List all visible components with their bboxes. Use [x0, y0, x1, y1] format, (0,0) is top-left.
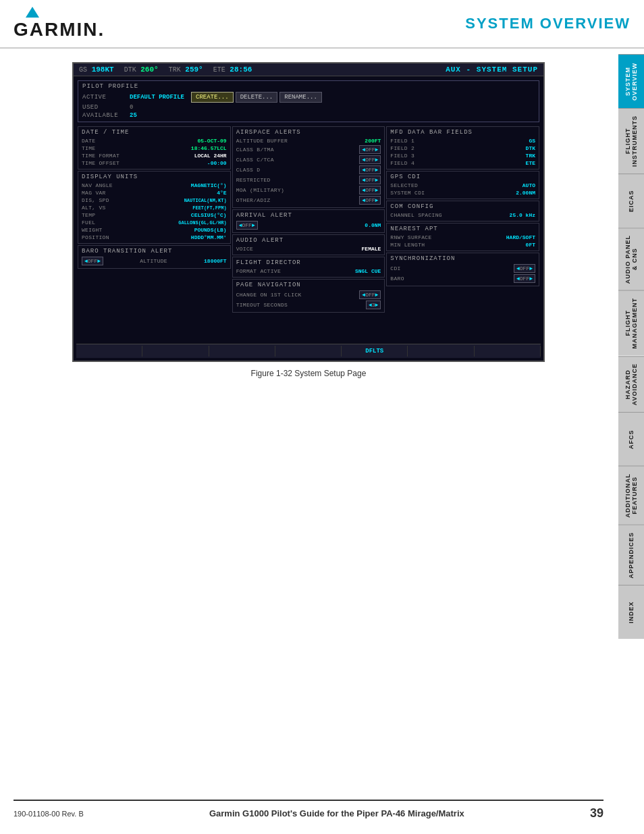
page-footer: 190-01108-00 Rev. B Garmin G1000 Pilot's… — [14, 800, 603, 820]
arrival-toggle[interactable]: ◄ OFF ► — [236, 221, 258, 230]
date-row: DATE 05-OCT-09 — [82, 137, 227, 145]
bottom-btn-1[interactable] — [76, 346, 142, 357]
time-format-row: TIME FORMAT LOCAL 24HR — [82, 152, 227, 159]
mfd-data-bar-section: MFD DATA BAR FIELDS FIELD 1 GS FIELD 2 D… — [386, 126, 539, 170]
footer-title: Garmin G1000 Pilot's Guide for the Piper… — [209, 808, 464, 818]
gs-indicator: GS 198KT — [79, 66, 114, 74]
create-button[interactable]: CREATE... — [191, 92, 234, 103]
bottom-btn-4[interactable] — [275, 346, 342, 357]
rename-button[interactable]: RENAME... — [279, 92, 322, 103]
field4-row: FIELD 4 ETE — [390, 159, 535, 167]
sidebar-tab-hazard-avoidance[interactable]: HAZARDAVOIDANCE — [618, 356, 644, 412]
pilot-profile-label: PILOT PROFILE — [82, 83, 535, 90]
nearest-apt-section: NEAREST APT RNWY SURFACE HARD/SOFT MIN L… — [386, 223, 539, 251]
restricted-toggle[interactable]: ◄ OFF ► — [359, 176, 381, 184]
other-adiz-toggle[interactable]: ◄ OFF ► — [359, 196, 381, 205]
garmin-logo: GARMIN. — [14, 7, 105, 41]
alt-vs-row: ALT, VS FEET(FT,FPM) — [82, 204, 227, 211]
sidebar-tab-audio-panel[interactable]: AUDIO PANEL& CNS — [618, 228, 644, 290]
mag-var-row: MAG VAR 4°E — [82, 189, 227, 197]
right-sidebar: SYSTEMOVERVIEW FLIGHTINSTRUMENTS EICAS A… — [618, 54, 644, 639]
gps-cdi-section: GPS CDI SELECTED AUTO SYSTEM CDI 2.00NM — [386, 171, 539, 199]
used-row: USED 0 — [82, 103, 535, 111]
baro-sync-row: BARO ◄ OFF ► — [390, 273, 535, 284]
airspace-alerts-section: AIRSPACE ALERTS ALTITUDE BUFFER 200FT CL… — [232, 126, 385, 208]
dtk-indicator: DTK 260° — [124, 66, 159, 74]
sidebar-tab-flight-management[interactable]: FLIGHTMANAGEMENT — [618, 290, 644, 356]
page-header: GARMIN. SYSTEM OVERVIEW — [0, 0, 644, 49]
baro-transition-section: BARO TRANSITION ALERT ◄ OFF ► ALTITUDE 1… — [78, 245, 231, 269]
ete-indicator: ETE 28:56 — [213, 66, 252, 74]
screen-mockup: GS 198KT DTK 260° TRK 259° ETE 28:56 AUX… — [72, 62, 545, 362]
time-row: TIME 18:46.57LCL — [82, 145, 227, 152]
col-right: MFD DATA BAR FIELDS FIELD 1 GS FIELD 2 D… — [386, 126, 539, 313]
status-bar: GS 198KT DTK 260° TRK 259° ETE 28:56 AUX… — [74, 63, 543, 76]
bottom-btn-3[interactable] — [209, 346, 275, 357]
class-btma-row: CLASS B/TMA ◄ OFF ► — [236, 145, 381, 155]
col-left: DATE / TIME DATE 05-OCT-09 TIME 18:46.57… — [78, 126, 231, 313]
selected-row: SELECTED AUTO — [390, 182, 535, 189]
garmin-wordmark: GARMIN. — [14, 19, 105, 41]
footer-revision: 190-01108-00 Rev. B — [14, 810, 84, 818]
class-btma-toggle[interactable]: ◄ OFF ► — [359, 145, 381, 154]
arrival-alert-section: ARRIVAL ALERT ◄ OFF ► 0.0NM — [232, 209, 385, 233]
sidebar-tab-index[interactable]: INDEX — [618, 585, 644, 639]
class-ctica-toggle[interactable]: ◄ OFF ► — [359, 155, 381, 164]
change-toggle[interactable]: ◄ OFF ► — [359, 290, 381, 299]
available-row: AVAILABLE 25 — [82, 111, 535, 120]
trk-indicator: TRK 259° — [169, 66, 203, 74]
cdi-sync-toggle[interactable]: ◄ OFF ► — [514, 264, 535, 273]
timeout-row: TIMEOUT SECONDS ◄ 3 ► — [236, 300, 381, 310]
sidebar-tab-system-overview[interactable]: SYSTEMOVERVIEW — [618, 54, 644, 108]
moa-toggle[interactable]: ◄ OFF ► — [359, 186, 381, 194]
class-d-toggle[interactable]: ◄ OFF ► — [359, 165, 381, 174]
bottom-bar: DFLTS — [76, 344, 541, 358]
change-on-click-row: CHANGE ON 1ST CLICK ◄ OFF ► — [236, 290, 381, 300]
baro-row: ◄ OFF ► ALTITUDE 18000FT — [82, 256, 227, 266]
sidebar-tab-additional-features[interactable]: ADDITIONALFEATURES — [618, 466, 644, 525]
rnwy-surface-row: RNWY SURFACE HARD/SOFT — [390, 234, 535, 241]
spacer — [76, 315, 541, 342]
format-active-row: FORMAT ACTIVE SNGL CUE — [236, 267, 381, 275]
bottom-btn-6[interactable] — [408, 346, 474, 357]
class-ctica-row: CLASS C/TCA ◄ OFF ► — [236, 155, 381, 165]
channel-spacing-row: CHANNEL SPACING 25.0 kHz — [390, 211, 535, 219]
position-row: POSITION HDDD°MM.MM' — [82, 234, 227, 241]
flight-director-section: FLIGHT DIRECTOR FORMAT ACTIVE SNGL CUE — [232, 257, 385, 278]
sidebar-tab-flight-instruments[interactable]: FLIGHTINSTRUMENTS — [618, 108, 644, 174]
screen-body: PILOT PROFILE ACTIVE DEFAULT PROFILE CRE… — [74, 76, 543, 361]
date-time-section: DATE / TIME DATE 05-OCT-09 TIME 18:46.57… — [78, 126, 231, 170]
baro-sync-toggle[interactable]: ◄ OFF ► — [514, 274, 535, 283]
dis-spd-row: DIS, SPD NAUTICAL(NM,KT) — [82, 197, 227, 204]
nav-angle-row: NAV ANGLE MAGNETIC(°) — [82, 182, 227, 189]
main-content: GS 198KT DTK 260° TRK 259° ETE 28:56 AUX… — [0, 49, 644, 392]
bottom-btn-2[interactable] — [142, 346, 209, 357]
fuel-row: FUEL GALLONS(GL,GL/HR) — [82, 219, 227, 226]
bottom-btn-dflts[interactable]: DFLTS — [342, 346, 408, 357]
col-middle: AIRSPACE ALERTS ALTITUDE BUFFER 200FT CL… — [232, 126, 385, 313]
synchronization-section: SYNCHRONIZATION CDI ◄ OFF ► BARO — [386, 253, 539, 286]
delete-button[interactable]: DELETE... — [236, 92, 278, 103]
moa-row: MOA (MILITARY) ◄ OFF ► — [236, 185, 381, 195]
time-offset-row: TIME OFFSET -00:00 — [82, 159, 227, 167]
sidebar-tab-eicas[interactable]: EICAS — [618, 174, 644, 228]
pilot-profile-section: PILOT PROFILE ACTIVE DEFAULT PROFILE CRE… — [78, 80, 539, 122]
baro-toggle[interactable]: ◄ OFF ► — [82, 257, 103, 265]
bottom-btn-7[interactable] — [475, 346, 541, 357]
sidebar-tab-afcs[interactable]: AFCS — [618, 412, 644, 466]
voice-row: VOICE FEMALE — [236, 245, 381, 253]
field3-row: FIELD 3 TRK — [390, 152, 535, 159]
system-cdi-row: SYSTEM CDI 2.00NM — [390, 189, 535, 197]
garmin-triangle-icon — [26, 7, 39, 18]
temp-row: TEMP CELSIUS(°C) — [82, 211, 227, 219]
cdi-sync-row: CDI ◄ OFF ► — [390, 263, 535, 273]
page-navigation-section: PAGE NAVIGATION CHANGE ON 1ST CLICK ◄ OF… — [232, 279, 385, 313]
sidebar-tab-appendices[interactable]: APPENDICES — [618, 525, 644, 585]
footer-page-number: 39 — [590, 806, 603, 820]
audio-alert-section: AUDIO ALERT VOICE FEMALE — [232, 234, 385, 255]
timeout-toggle[interactable]: ◄ 3 ► — [366, 301, 381, 309]
active-profile-row: ACTIVE DEFAULT PROFILE CREATE... DELETE.… — [82, 91, 535, 103]
profile-buttons: CREATE... DELETE... RENAME... — [191, 92, 322, 103]
section-title: SYSTEM OVERVIEW — [465, 15, 630, 32]
min-length-row: MIN LENGTH 0FT — [390, 241, 535, 249]
